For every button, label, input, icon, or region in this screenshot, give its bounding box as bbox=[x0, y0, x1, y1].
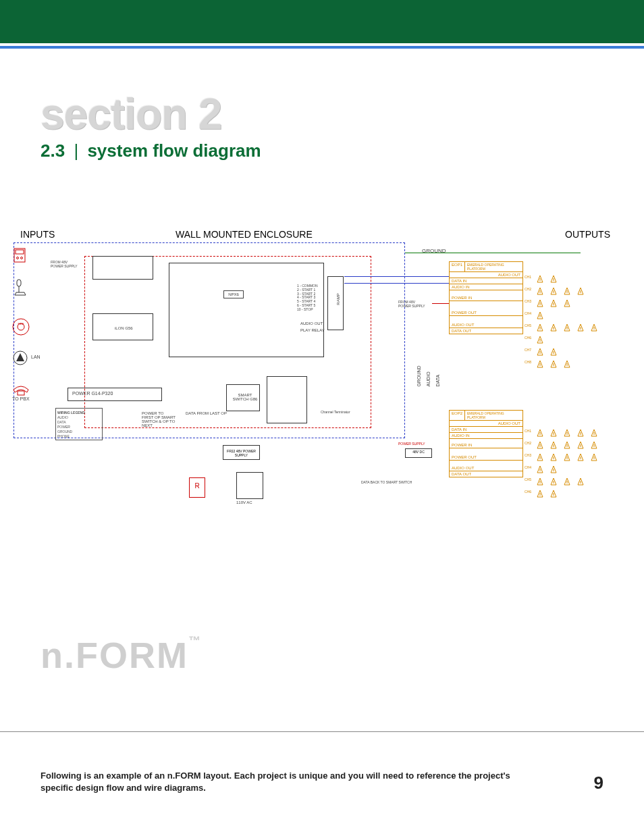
r-block: R bbox=[189, 477, 205, 498]
section-title: section 2 bbox=[41, 89, 603, 139]
page-number: 9 bbox=[594, 773, 603, 793]
channel-terminator-label: Channel Terminator bbox=[321, 410, 350, 414]
footer-note: Following is an example of an n.FORM lay… bbox=[41, 770, 513, 793]
speaker-icon bbox=[537, 359, 543, 371]
wiring-legend: WIRING LEGEND AUDIO DATA POWER GROUND PH… bbox=[55, 408, 103, 440]
fr22-block: FR22 48V POWER SUPPLY bbox=[223, 445, 260, 460]
speaker-icon bbox=[591, 440, 597, 452]
data-from-last-label: DATA FROM LAST OP bbox=[186, 411, 227, 415]
speaker-icon bbox=[537, 346, 543, 359]
wall-enclosure-header: WALL MOUNTED ENCLOSURE bbox=[176, 229, 313, 240]
audio-out-label: AUDIO OUT bbox=[300, 321, 323, 325]
inputs-header: INPUTS bbox=[20, 229, 55, 240]
speaker-icon bbox=[537, 298, 543, 310]
ground-vert-label: GROUND bbox=[417, 365, 421, 386]
subsection-text: system flow diagram bbox=[87, 140, 261, 161]
ramp-block: RAMP bbox=[327, 276, 344, 330]
title-separator: | bbox=[70, 140, 82, 161]
svg-rect-9 bbox=[18, 391, 24, 395]
speaker-icon bbox=[550, 476, 557, 488]
channel-label: CH6 bbox=[525, 336, 531, 340]
to-pbx-label: TO PBX bbox=[12, 396, 30, 401]
speaker-icon bbox=[591, 322, 597, 334]
48v-dc-block: 48V DC bbox=[405, 448, 432, 458]
fire-alarm-icon: FIRE bbox=[12, 318, 30, 338]
eop1-row: POWER OUT bbox=[450, 301, 522, 315]
svg-text:FIRE: FIRE bbox=[18, 322, 24, 325]
speaker-icon bbox=[564, 298, 570, 310]
legend-row: POWER bbox=[57, 424, 101, 429]
speaker-icon bbox=[537, 322, 543, 334]
channel-label: CH1 bbox=[525, 275, 531, 279]
speaker-icon bbox=[537, 488, 543, 500]
data-back-label: DATA BACK TO SMART SWITCH bbox=[361, 480, 412, 484]
speaker-icon bbox=[550, 452, 557, 464]
speaker-icon bbox=[577, 427, 584, 440]
eop2-row: DATA IN bbox=[450, 426, 522, 432]
channel-label: CH4 bbox=[525, 311, 531, 315]
speaker-icon bbox=[550, 346, 557, 359]
relay-labels: 1 - COMMON 2 - START 1 3 - START 2 4 - S… bbox=[297, 284, 318, 311]
speaker-icon bbox=[537, 273, 543, 286]
channel-label: CH5 bbox=[525, 323, 531, 328]
speaker-icon bbox=[537, 286, 543, 298]
channel-label: CH3 bbox=[525, 299, 531, 303]
power-g14-block: POWER G14-P320 bbox=[68, 388, 162, 401]
speaker-icon bbox=[564, 440, 570, 452]
speaker-icon bbox=[537, 310, 543, 322]
speaker-icon bbox=[564, 359, 570, 371]
eop2-row: POWER OUT bbox=[450, 448, 522, 460]
smart-switch-label: SMART SWITCH G86 bbox=[231, 393, 259, 401]
terminal-block bbox=[267, 376, 307, 423]
smart-switch-block: SMART SWITCH G86 bbox=[226, 384, 260, 411]
channel-label: CH1 bbox=[525, 429, 531, 433]
top-small-block bbox=[92, 256, 153, 280]
channel-label: CH2 bbox=[525, 441, 531, 445]
speaker-icon bbox=[537, 334, 543, 346]
eop1-subtitle: EMERALD OPERATING PLATFORM bbox=[465, 262, 522, 271]
from-48v-label-2: FROM 48V POWER SUPPLY bbox=[398, 300, 425, 308]
legend-row: GROUND bbox=[57, 429, 101, 434]
ramp-label: RAMP bbox=[336, 293, 340, 305]
eop2-row: AUDIO OUT bbox=[450, 460, 522, 471]
speaker-icon bbox=[550, 298, 557, 310]
eop2-row: AUDIO IN bbox=[450, 432, 522, 438]
page-footer: Following is an example of an n.FORM lay… bbox=[41, 770, 603, 793]
legend-row: AUDIO bbox=[57, 415, 101, 419]
brand-name: n.FORM bbox=[41, 635, 188, 675]
lan-label: LAN bbox=[31, 355, 41, 359]
svg-point-3 bbox=[21, 257, 23, 259]
svg-point-5 bbox=[13, 319, 29, 335]
eop1-row: AUDIO IN bbox=[450, 284, 522, 290]
outlet-block bbox=[236, 472, 263, 499]
speaker-icon bbox=[564, 286, 570, 298]
speaker-icon bbox=[550, 488, 557, 500]
eop2-block: EOP2 EMERALD OPERATING PLATFORM AUDIO OU… bbox=[449, 410, 523, 477]
speaker-icon bbox=[591, 427, 597, 440]
subsection-title: 2.3 | system flow diagram bbox=[41, 140, 603, 161]
eop2-row: DATA OUT bbox=[450, 471, 522, 477]
power-supply-label: POWER SUPPLY bbox=[398, 442, 425, 446]
brand-tm: ™ bbox=[188, 634, 202, 648]
ilon-label: iLON G56 bbox=[115, 326, 133, 330]
svg-point-2 bbox=[17, 257, 19, 259]
eop1-title: EOP1 bbox=[450, 262, 465, 271]
speaker-icon bbox=[537, 464, 543, 476]
speaker-icon bbox=[550, 440, 557, 452]
speaker-icon bbox=[550, 427, 557, 440]
speaker-icon bbox=[550, 286, 557, 298]
header-band bbox=[0, 0, 644, 43]
audio-vert-label: AUDIO bbox=[426, 371, 431, 386]
legend-row: DATA bbox=[57, 419, 101, 424]
svg-rect-4 bbox=[17, 280, 21, 286]
play-relay-label: PLAY RELAY bbox=[300, 328, 325, 332]
eop1-row: DATA OUT bbox=[450, 328, 522, 334]
eop1-block: EOP1 EMERALD OPERATING PLATFORM AUDIO OU… bbox=[449, 261, 523, 334]
eop1-row: POWER IN bbox=[450, 290, 522, 301]
from-48v-label: FROM 48V POWER SUPPLY bbox=[51, 260, 78, 268]
data-vert-label: DATA bbox=[435, 375, 440, 387]
speaker-icon bbox=[550, 322, 557, 334]
subsection-number: 2.3 bbox=[41, 140, 65, 161]
channel-label: CH4 bbox=[525, 465, 531, 469]
footer-rule bbox=[0, 731, 644, 732]
